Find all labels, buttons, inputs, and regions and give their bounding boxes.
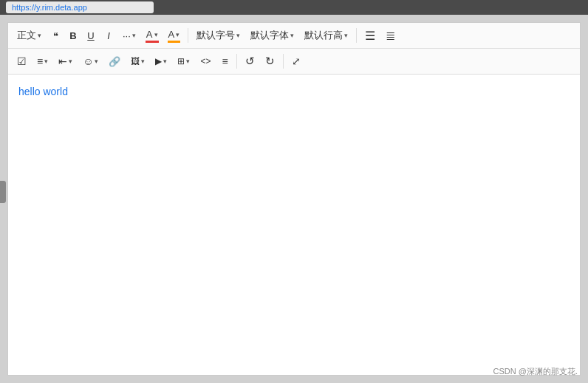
separator-3 — [236, 54, 237, 69]
redo-button[interactable]: ↻ — [261, 52, 279, 71]
italic-button[interactable]: I — [100, 26, 117, 45]
image-button[interactable]: 🖼 ▾ — [126, 52, 149, 71]
bg-color-button[interactable]: A ▾ — [164, 26, 185, 45]
code-block-button[interactable]: ≡ — [216, 52, 233, 71]
font-color-button[interactable]: A ▾ — [142, 26, 163, 45]
browser-bar: https://y.rim.deta.app — [0, 0, 588, 15]
toolbar-row1: 正文 ▾ ❝ B U I ··· ▾ A ▾ — [8, 23, 580, 49]
table-button[interactable]: ⊞ ▾ — [173, 52, 194, 71]
left-marker — [0, 181, 6, 203]
url-bar[interactable]: https://y.rim.deta.app — [6, 1, 154, 13]
more-button[interactable]: ··· ▾ — [118, 26, 140, 45]
align-button[interactable]: ≡ ▾ — [33, 52, 52, 71]
link-button[interactable]: 🔗 — [104, 52, 125, 71]
fullscreen-button[interactable]: ⤢ — [287, 52, 305, 71]
quote-button[interactable]: ❝ — [47, 26, 64, 45]
editor-wrapper: 正文 ▾ ❝ B U I ··· ▾ A ▾ — [0, 15, 588, 383]
toolbar-row2: ☑ ≡ ▾ ⇤ ▾ ☺ ▾ 🔗 🖼 ▾ ▶ — [8, 49, 580, 75]
list-ol-button[interactable]: ≣ — [381, 26, 400, 45]
editor-content[interactable]: hello world — [8, 75, 580, 375]
video-button[interactable]: ▶ ▾ — [151, 52, 171, 71]
undo-button[interactable]: ↺ — [241, 52, 259, 71]
separator-2 — [356, 28, 357, 43]
paragraph-style-button[interactable]: 正文 ▾ — [13, 26, 46, 45]
code-inline-button[interactable]: <> — [196, 52, 215, 71]
line-height-button[interactable]: 默认行高 ▾ — [300, 26, 352, 45]
indent-button[interactable]: ⇤ ▾ — [54, 52, 77, 71]
separator-1 — [188, 28, 188, 43]
list-ul-button[interactable]: ☰ — [360, 26, 380, 45]
font-size-button[interactable]: 默认字号 ▾ — [192, 26, 245, 45]
checkbox-button[interactable]: ☑ — [13, 52, 31, 71]
bold-button[interactable]: B — [65, 26, 81, 45]
credit-text: CSDN @深渊的那支花. — [493, 366, 578, 377]
editor-text: hello world — [18, 83, 570, 100]
font-family-button[interactable]: 默认字体 ▾ — [246, 26, 298, 45]
separator-4 — [283, 54, 284, 69]
editor-box: 正文 ▾ ❝ B U I ··· ▾ A ▾ — [7, 22, 581, 376]
underline-button[interactable]: U — [83, 26, 99, 45]
emoji-button[interactable]: ☺ ▾ — [78, 52, 103, 71]
